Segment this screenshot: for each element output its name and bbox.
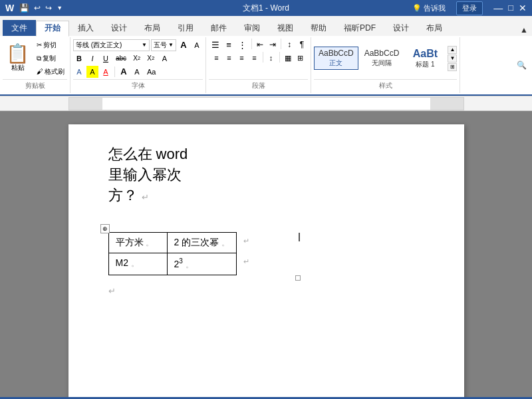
borders-button[interactable]: ⊞: [295, 52, 307, 64]
post-table-para-mark: ↵: [108, 286, 116, 296]
style-no-spacing[interactable]: AaBbCcD 无间隔: [360, 47, 404, 69]
login-button[interactable]: 登录: [456, 1, 483, 15]
style-heading1[interactable]: AaBt 标题 1: [405, 45, 445, 71]
styles-expand[interactable]: ⊞: [448, 63, 457, 71]
customize-icon[interactable]: ▼: [57, 5, 63, 11]
italic-button[interactable]: I: [86, 53, 98, 65]
search-ribbon-icon: 🔍: [517, 61, 527, 70]
increase-indent-button[interactable]: ⇥: [267, 39, 279, 51]
font-size-decrease2[interactable]: A: [131, 66, 143, 78]
clipboard-group: 📋 粘贴 ✂ 剪切 ⧉ 复制 🖌: [0, 37, 70, 93]
tab-review[interactable]: 审阅: [235, 20, 269, 36]
paragraph-label: 段落: [209, 79, 308, 92]
document-table[interactable]: 平方米 。 2 的三次幂 。 ↵ M2 。 23: [108, 232, 296, 275]
tab-insert[interactable]: 插入: [69, 20, 102, 36]
table-move-handle[interactable]: ⊕: [100, 224, 110, 233]
tab-home[interactable]: 开始: [36, 21, 69, 37]
font-group: 等线 (西文正文) ▼ 五号 ▼ A A B I U: [70, 37, 206, 93]
cut-icon: ✂: [37, 41, 42, 49]
save-icon[interactable]: 💾: [19, 3, 29, 13]
styles-label: 样式: [314, 79, 457, 92]
align-center-button[interactable]: ≡: [223, 52, 235, 64]
table-cell-2-2[interactable]: 23 。: [167, 253, 237, 275]
document-page[interactable]: 怎么在 word 里输入幂次 方？ ↵ ⊕ 平方米 。 2 的三次幂 。: [68, 124, 464, 397]
tab-mailings[interactable]: 邮件: [202, 20, 235, 36]
align-left-button[interactable]: ≡: [211, 52, 223, 64]
font-label: 字体: [73, 79, 203, 92]
table-row: 平方米 。 2 的三次幂 。 ↵: [108, 233, 295, 253]
font-selector[interactable]: 等线 (西文正文) ▼: [73, 39, 150, 51]
maximize-button[interactable]: □: [508, 3, 513, 13]
font-dropdown-icon: ▼: [142, 42, 147, 48]
empty-paragraph[interactable]: [108, 205, 424, 219]
styles-scroll-up[interactable]: ▲: [448, 46, 457, 54]
paste-button[interactable]: 📋 粘贴: [3, 43, 33, 74]
minimize-button[interactable]: —: [493, 3, 503, 13]
table-resize-handle[interactable]: [295, 275, 301, 281]
cut-button[interactable]: ✂ 剪切: [34, 39, 67, 51]
font-size-selector[interactable]: 五号 ▼: [151, 39, 176, 51]
table-cell-1-2[interactable]: 2 的三次幂 。: [167, 233, 237, 253]
align-right-button[interactable]: ≡: [236, 52, 248, 64]
tab-design[interactable]: 设计: [102, 20, 136, 36]
font-size-increase2[interactable]: A: [118, 66, 130, 78]
quick-access-toolbar: W 💾 ↩ ↪ ▼: [5, 3, 65, 13]
clear-format-button[interactable]: A: [158, 53, 170, 65]
table-cell-2-1[interactable]: M2 。: [108, 253, 167, 275]
tell-me-label[interactable]: 💡 告诉我: [412, 3, 446, 13]
bullet-list-button[interactable]: ☰: [209, 39, 222, 51]
tab-design2[interactable]: 设计: [384, 20, 418, 36]
table-row-end-mark-2: ↵: [237, 253, 295, 275]
show-marks-button[interactable]: ¶: [296, 39, 308, 51]
cell-para-mark-1-1: 。: [146, 238, 154, 247]
sort-button[interactable]: ↕: [283, 39, 295, 51]
subscript-button[interactable]: X2: [130, 53, 143, 65]
bold-button[interactable]: B: [73, 53, 85, 65]
justify-button[interactable]: ≡: [249, 52, 261, 64]
shading-button[interactable]: ▦: [282, 52, 294, 64]
style-normal[interactable]: AaBbCcD 正文: [314, 47, 358, 69]
text-effect-button[interactable]: A: [73, 66, 85, 78]
paragraph-mark-heading: ↵: [142, 192, 149, 202]
tab-view[interactable]: 视图: [269, 20, 302, 36]
tab-foxitpdf[interactable]: 福昕PDF: [335, 20, 384, 36]
superscript-button[interactable]: X2: [144, 53, 157, 65]
decrease-font-button[interactable]: A: [191, 39, 203, 51]
multilevel-list-button[interactable]: ⋮: [235, 39, 249, 51]
highlight-color-button[interactable]: A: [86, 66, 98, 78]
line-spacing-button[interactable]: ↕: [265, 52, 277, 64]
redo-icon[interactable]: ↪: [45, 3, 52, 13]
paste-icon: 📋: [6, 45, 29, 63]
document-area[interactable]: 怎么在 word 里输入幂次 方？ ↵ ⊕ 平方米 。 2 的三次幂 。: [0, 111, 532, 397]
superscript-3: 3: [179, 257, 183, 265]
copy-icon: ⧉: [37, 55, 41, 63]
format-painter-button[interactable]: 🖌 格式刷: [34, 66, 67, 78]
numbered-list-button[interactable]: ≡: [223, 39, 235, 51]
undo-icon[interactable]: ↩: [34, 3, 41, 13]
tab-file[interactable]: 文件: [3, 20, 36, 36]
close-button[interactable]: ✕: [519, 3, 527, 13]
paragraph-group: ☰ ≡ ⋮ ⇤ ⇥ ↕ ¶ ≡ ≡ ≡ ≡ ↕: [206, 37, 311, 93]
increase-font-button[interactable]: A: [178, 39, 190, 51]
decrease-indent-button[interactable]: ⇤: [254, 39, 266, 51]
cell-para-mark-2-2: 。: [186, 260, 194, 269]
post-table-paragraph[interactable]: ↵: [108, 285, 424, 297]
change-case-button[interactable]: Aa: [144, 66, 158, 78]
table-row: M2 。 23 。 ↵: [108, 253, 295, 275]
table-container[interactable]: ⊕ 平方米 。 2 的三次幂 。 ↵ M2 。: [108, 232, 296, 275]
tab-layout[interactable]: 布局: [136, 20, 169, 36]
strikethrough-button[interactable]: abc: [113, 53, 129, 65]
tab-references[interactable]: 引用: [169, 20, 202, 36]
tab-help[interactable]: 帮助: [302, 20, 335, 36]
window-title: 文档1 - Word: [243, 3, 289, 14]
ribbon-search-area: 🔍: [511, 37, 532, 93]
underline-button[interactable]: U: [100, 53, 112, 65]
copy-button[interactable]: ⧉ 复制: [34, 53, 67, 65]
styles-scroll-down[interactable]: ▼: [448, 55, 457, 63]
clipboard-label: 剪贴板: [3, 79, 67, 92]
ribbon-display-icon[interactable]: ▲: [516, 24, 532, 36]
font-color-button[interactable]: A: [100, 66, 112, 78]
tab-layout2[interactable]: 布局: [418, 20, 451, 36]
table-cell-1-1[interactable]: 平方米 。: [108, 233, 167, 253]
document-heading[interactable]: 怎么在 word 里输入幂次 方？ ↵: [108, 144, 424, 205]
